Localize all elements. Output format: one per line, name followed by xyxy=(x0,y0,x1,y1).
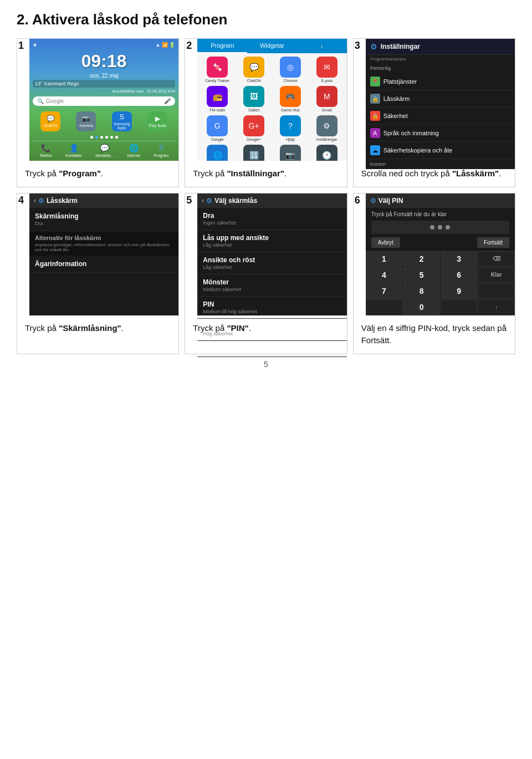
pin-action-buttons: Avbryt Fortsätt xyxy=(366,235,515,250)
app-grid: 🍬Candy Trainer 💬ChatON ◎Chrome ✉E-post 📻… xyxy=(197,53,346,161)
tab-program[interactable]: Program xyxy=(197,39,247,53)
dock-contacts[interactable]: 👤 Kontakter xyxy=(65,144,82,157)
settings-platstjanster[interactable]: 📍 Platstjänster xyxy=(366,73,515,90)
step-1-caption: Tryck på "Program". xyxy=(17,161,178,187)
pin-cancel-button[interactable]: Avbryt xyxy=(371,237,400,248)
pin-header: ⚙ Välj PIN xyxy=(366,193,515,208)
step-4-screen: ‹ ⚙ Låsskärm Skärmlåsning Dra Alternativ… xyxy=(29,193,178,315)
pin-gear-icon: ⚙ xyxy=(370,197,376,205)
app-installningar[interactable]: ⚙Inställningar xyxy=(309,114,345,142)
tab-download[interactable]: ↓ xyxy=(297,39,347,53)
step-1-number: 1 xyxy=(17,39,29,52)
google-search-bar[interactable]: 🔍 Google 🎤 xyxy=(33,96,175,106)
app-epost[interactable]: ✉E-post xyxy=(309,55,345,84)
app-klocka[interactable]: 🕐Klocka xyxy=(309,144,345,161)
dock-program[interactable]: ⠿ Program xyxy=(154,144,168,157)
sakerhetskopiera-icon: ☁ xyxy=(370,145,380,155)
option-dra[interactable]: Dra Ingen säkerhet xyxy=(197,208,346,230)
key-special[interactable]: ↑ xyxy=(478,299,515,315)
key-empty-1 xyxy=(478,283,515,299)
app-google[interactable]: GGoogle xyxy=(200,114,235,142)
step-1-screen: ★ ▲ 📶 🔋 09:18 ons, 22 maj 13° Kammarö Re… xyxy=(29,39,178,161)
app-chrome[interactable]: ◎Chrome xyxy=(273,55,308,84)
step-5-screen-wrapper: ‹ ⚙ Välj skärmlås Dra Ingen säkerhet Lås… xyxy=(197,193,346,315)
key-2[interactable]: 2 xyxy=(403,251,440,267)
pin-title: Välj PIN xyxy=(378,197,403,205)
dock-messages[interactable]: 💬 Meddela... xyxy=(95,144,114,157)
key-6[interactable]: 6 xyxy=(441,267,478,283)
chaton-icon[interactable]: 💬 ChatON xyxy=(40,111,60,131)
app-candy[interactable]: 🍬Candy Trainer xyxy=(200,55,235,84)
step-5-number: 5 xyxy=(185,193,197,206)
step-5-cell: 5 ‹ ⚙ Välj skärmlås Dra Ingen säkerhet L… xyxy=(185,193,347,354)
key-1[interactable]: 1 xyxy=(366,251,403,267)
settings-lasskarm[interactable]: 🔒 Låsskärm xyxy=(366,90,515,108)
option-face[interactable]: Lås upp med ansikte Låg säkerhet xyxy=(197,230,346,252)
weather-widget: 13° Kammarö Regn xyxy=(33,80,175,88)
step-6-screen-wrapper: ⚙ Välj PIN Tryck på Fortsätt när du är k… xyxy=(366,193,515,315)
key-backspace[interactable]: ⌫ xyxy=(478,251,515,267)
weather-source: AccuWeather.com 22-05-2013 9:44 xyxy=(33,89,175,93)
app-internet[interactable]: 🌐Internet xyxy=(200,144,235,161)
step-2-screen: Program Widgetar ↓ 🍬Candy Trainer 💬ChatO… xyxy=(197,39,346,161)
step-5-caption: Tryck på "PIN". xyxy=(185,315,346,354)
key-empty-3 xyxy=(441,299,478,315)
platstjanster-label: Platstjänster xyxy=(383,78,417,85)
sprak-label: Språk och inmatning xyxy=(383,130,439,136)
settings-sakerhet[interactable]: 🔒 Säkerhet xyxy=(366,108,515,125)
app-hjalp[interactable]: ?Hjälp xyxy=(273,114,308,142)
app-galleri[interactable]: 🖼Galleri xyxy=(236,85,272,113)
choose-lock-header: ‹ ⚙ Välj skärmlås xyxy=(197,193,346,208)
step-6-header: 6 ⚙ Välj PIN Tryck på Fortsätt när du är… xyxy=(354,193,515,315)
app-kalkylator[interactable]: 🔢Kalkylator xyxy=(236,144,272,161)
app-fmradio[interactable]: 📻FM-radio xyxy=(200,85,235,113)
lockscreen-settings-header: ‹ ⚙ Låsskärm xyxy=(29,193,178,208)
key-5[interactable]: 5 xyxy=(403,267,440,283)
step-6-caption: Välj en 4 siffrig PIN-kod, tryck sedan p… xyxy=(354,315,515,354)
camera-icon[interactable]: 📷 Kamera xyxy=(76,111,96,131)
play-butik-icon[interactable]: ▶ Play Butik xyxy=(147,111,167,131)
dock-phone[interactable]: 📞 Telefon xyxy=(39,144,52,157)
step-5-screen: ‹ ⚙ Välj skärmlås Dra Ingen säkerhet Lås… xyxy=(197,193,346,315)
sakerhetskopiera-label: Säkerhetskopiera och åte xyxy=(383,147,453,154)
key-4[interactable]: 4 xyxy=(366,267,403,283)
sakerhet-icon: 🔒 xyxy=(370,111,380,121)
key-8[interactable]: 8 xyxy=(403,283,440,299)
home-dots xyxy=(33,136,175,139)
agarinformation-item[interactable]: Ägarinformation xyxy=(29,256,178,273)
pin-confirm-button[interactable]: Fortsätt xyxy=(477,237,509,248)
lasskarm-icon: 🔒 xyxy=(370,94,380,104)
key-9[interactable]: 9 xyxy=(441,283,478,299)
step-3-screen: ⚙ Inställningar Programhanterare Personl… xyxy=(366,39,515,161)
settings-gear-icon: ⚙ xyxy=(370,42,377,51)
dock-bar: 📞 Telefon 👤 Kontakter 💬 Meddela... 🌐 Int… xyxy=(33,141,175,157)
app-googleplus[interactable]: G+Google+ xyxy=(236,114,272,142)
tab-widgetar[interactable]: Widgetar xyxy=(247,39,297,53)
key-klar[interactable]: Klar xyxy=(478,267,515,283)
option-monster[interactable]: Mönster Medium säkerhet xyxy=(197,274,346,297)
app-chaton[interactable]: 💬ChatON xyxy=(236,55,272,84)
settings-sprak[interactable]: A Språk och inmatning xyxy=(366,125,515,142)
back-icon-5: ‹ xyxy=(202,197,204,205)
settings-sakerhetskopiera[interactable]: ☁ Säkerhetskopiera och åte xyxy=(366,142,515,159)
settings-title: Inställningar xyxy=(381,43,420,50)
platstjanster-icon: 📍 xyxy=(370,77,380,86)
step-3-cell: 3 ⚙ Inställningar Programhanterare Perso… xyxy=(353,38,515,187)
clock-display: 09:18 xyxy=(33,51,175,72)
skarmlasning-item[interactable]: Skärmlåsning Dra xyxy=(29,208,178,231)
option-face-voice[interactable]: Ansikte och röst Låg säkerhet xyxy=(197,252,346,274)
pin-dot-3 xyxy=(446,225,450,230)
app-kamera[interactable]: 📷Kamera xyxy=(273,144,308,161)
key-7[interactable]: 7 xyxy=(366,283,403,299)
dock-internet[interactable]: 🌐 Internet xyxy=(127,144,140,157)
step-3-header: 3 ⚙ Inställningar Programhanterare Perso… xyxy=(354,39,515,161)
app-gmail[interactable]: MGmail xyxy=(309,85,345,113)
step-4-number: 4 xyxy=(17,193,29,206)
app-gamehub[interactable]: 🎮Game Hub xyxy=(273,85,308,113)
key-0[interactable]: 0 xyxy=(403,299,440,315)
samsung-apps-icon[interactable]: S Samsung Apps xyxy=(112,111,132,131)
step-6-number: 6 xyxy=(354,193,366,206)
pin-prompt: Tryck på Fortsätt när du är klar xyxy=(366,208,515,221)
key-3[interactable]: 3 xyxy=(441,251,478,267)
step-1-header: 1 ★ ▲ 📶 🔋 09:18 ons, 22 maj 13° Kammarö … xyxy=(17,39,178,161)
